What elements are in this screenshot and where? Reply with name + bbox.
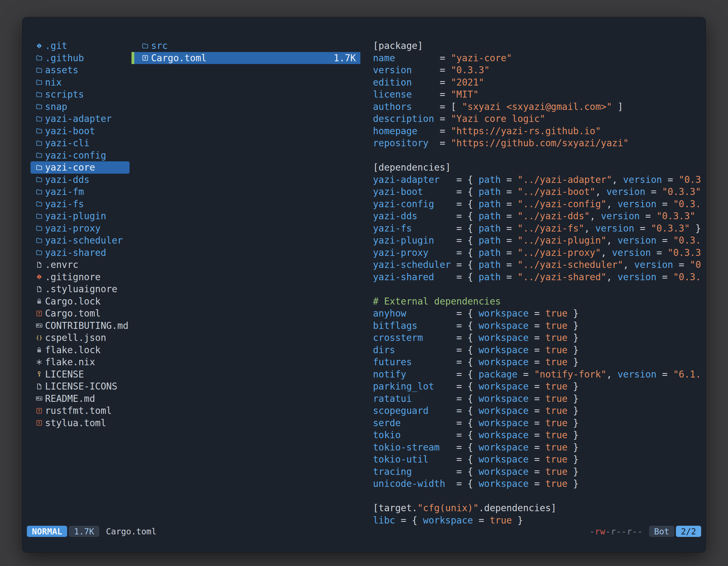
dir-item-git[interactable]: .git: [30, 40, 130, 52]
dir-item-yazi-plugin[interactable]: yazi-plugin: [30, 210, 130, 222]
preview-line: [373, 149, 701, 162]
file-item-flake-nix[interactable]: flake.nix: [30, 356, 130, 368]
dir-item-yazi-fs[interactable]: yazi-fs: [30, 198, 130, 210]
item-label: .envrc: [45, 259, 78, 270]
git-folder-icon: [36, 42, 45, 50]
file-item-envrc[interactable]: .envrc: [30, 259, 130, 271]
file-item-cargo-toml[interactable]: Cargo.toml: [30, 307, 130, 319]
item-label: snap: [45, 101, 67, 112]
preview-line: serde = { workspace = true }: [373, 417, 701, 429]
item-label: yazi-fs: [45, 199, 84, 210]
file-item-readme-md[interactable]: README.md: [30, 393, 130, 405]
preview-line: yazi-config = { path = "../yazi-config",…: [373, 198, 701, 210]
folder-icon: [36, 249, 45, 256]
preview-line: homepage = "https://yazi-rs.github.io": [373, 125, 701, 137]
file-item-gitignore[interactable]: .gitignore: [30, 271, 130, 283]
item-label: CONTRIBUTING.md: [45, 320, 128, 331]
item-label: yazi-scheduler: [45, 235, 123, 246]
dir-item-assets[interactable]: assets: [30, 64, 130, 76]
folder-icon: [36, 91, 45, 98]
status-bar-right: -rw-r--r-- Bot 2/2: [590, 526, 701, 537]
preview-line: anyhow = { workspace = true }: [373, 307, 701, 319]
file-permissions: -rw-r--r--: [590, 527, 643, 536]
preview-line: crossterm = { workspace = true }: [373, 332, 701, 344]
dir-item-yazi-adapter[interactable]: yazi-adapter: [30, 113, 130, 125]
dir-item-yazi-proxy[interactable]: yazi-proxy: [30, 222, 130, 235]
file-item-license-icons[interactable]: LICENSE-ICONS: [30, 380, 130, 393]
dir-item-yazi-config[interactable]: yazi-config: [30, 149, 130, 162]
dir-item-yazi-fm[interactable]: yazi-fm: [30, 186, 130, 198]
dir-item-yazi-scheduler[interactable]: yazi-scheduler: [30, 234, 130, 247]
lock-icon: [36, 346, 45, 353]
preview-line: yazi-shared = { path = "../yazi-shared",…: [373, 271, 701, 283]
mode-badge: NORMAL: [27, 526, 67, 537]
lock-icon: [36, 297, 45, 305]
folder-icon: [36, 200, 45, 208]
preview-line: version = "0.3.3": [373, 64, 701, 76]
item-label: assets: [45, 65, 78, 76]
file-size-chip: 1.7K: [69, 526, 99, 537]
dir-item-yazi-boot[interactable]: yazi-boot: [30, 125, 130, 137]
toml-icon: [36, 419, 45, 426]
item-label: flake.lock: [45, 344, 101, 355]
dir-item-nix[interactable]: nix: [30, 76, 130, 89]
preview-line: yazi-boot = { path = "../yazi-boot", ver…: [373, 186, 701, 198]
item-label: .github: [45, 53, 84, 64]
preview-line: [dependencies]: [373, 161, 701, 174]
preview-line: yazi-adapter = { path = "../yazi-adapter…: [373, 174, 701, 186]
folder-icon: [36, 213, 45, 220]
file-item-rustfmt-toml[interactable]: rustfmt.toml: [30, 405, 130, 417]
folder-icon: [36, 103, 45, 110]
folder-icon: [36, 225, 45, 232]
item-label: yazi-adapter: [45, 113, 112, 124]
item-label: yazi-dds: [45, 174, 90, 185]
item-label: yazi-plugin: [45, 211, 106, 222]
preview-line: ratatui = { workspace = true }: [373, 393, 701, 405]
file-item-styluaignore[interactable]: .styluaignore: [30, 283, 130, 295]
preview-line: unicode-width = { workspace = true }: [373, 478, 701, 490]
dir-item-yazi-dds[interactable]: yazi-dds: [30, 174, 130, 186]
item-label: Cargo.toml: [151, 53, 207, 64]
item-label: scripts: [45, 89, 84, 100]
json-icon: [36, 334, 45, 341]
file-item-license[interactable]: LICENSE: [30, 368, 130, 380]
file-item-cargo-toml[interactable]: Cargo.toml1.7K: [131, 52, 360, 64]
toml-icon: [36, 407, 45, 414]
cursor-position-badge: 2/2: [676, 526, 701, 537]
file-item-cargo-lock[interactable]: Cargo.lock: [30, 295, 130, 307]
status-bar-left: NORMAL 1.7K Cargo.toml: [27, 526, 156, 537]
dir-item-snap[interactable]: snap: [30, 101, 130, 113]
item-label: LICENSE-ICONS: [45, 381, 117, 392]
preview-line: parking_lot = { workspace = true }: [373, 380, 701, 393]
dir-item-src[interactable]: src: [131, 40, 360, 52]
item-label: stylua.toml: [45, 417, 106, 428]
preview-line: [target."cfg(unix)".dependencies]: [373, 502, 701, 514]
dir-item-yazi-shared[interactable]: yazi-shared: [30, 247, 130, 259]
item-label: flake.nix: [45, 356, 95, 367]
terminal-window: .git.githubassetsnixscriptssnapyazi-adap…: [22, 17, 706, 552]
folder-icon: [36, 152, 45, 159]
dir-item-scripts[interactable]: scripts: [30, 88, 130, 101]
dir-item-yazi-cli[interactable]: yazi-cli: [30, 137, 130, 149]
item-label: .git: [45, 40, 67, 51]
item-label: nix: [45, 77, 62, 88]
file-icon: [36, 383, 45, 390]
dir-item-yazi-core[interactable]: yazi-core: [30, 161, 130, 174]
preview-line: yazi-plugin = { path = "../yazi-plugin",…: [373, 234, 701, 247]
file-item-stylua-toml[interactable]: stylua.toml: [30, 417, 130, 429]
folder-icon: [36, 115, 45, 123]
item-label: Cargo.toml: [45, 308, 101, 319]
preview-line: # External dependencies: [373, 295, 701, 307]
markdown-icon: [36, 322, 45, 329]
file-item-flake-lock[interactable]: flake.lock: [30, 344, 130, 356]
preview-line: bitflags = { workspace = true }: [373, 319, 701, 332]
file-item-contributing-md[interactable]: CONTRIBUTING.md: [30, 319, 130, 332]
file-item-cspell-json[interactable]: cspell.json: [30, 332, 130, 344]
file-preview-pane: [package]name = "yazi-core"version = "0.…: [373, 40, 701, 526]
dir-item-github[interactable]: .github: [30, 52, 130, 64]
file-icon: [36, 261, 45, 269]
preview-line: notify = { package = "notify-fork", vers…: [373, 368, 701, 380]
preview-line: [373, 490, 701, 502]
folder-icon: [36, 176, 45, 183]
key-icon: [36, 370, 45, 378]
